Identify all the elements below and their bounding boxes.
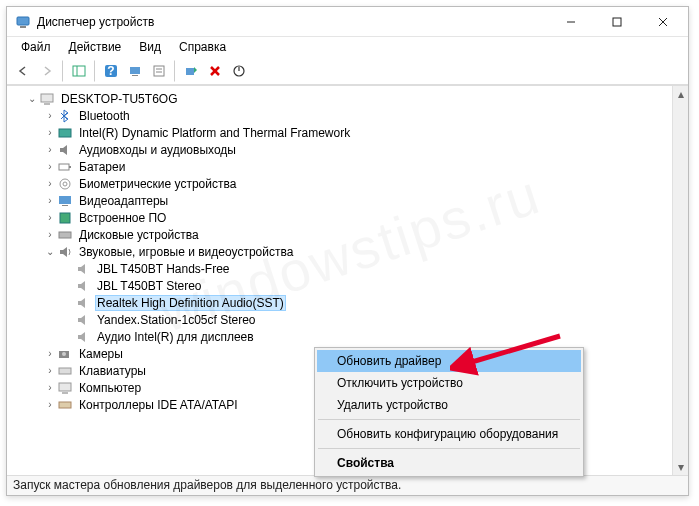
ctx-uninstall-device[interactable]: Удалить устройство	[317, 394, 581, 416]
collapse-icon[interactable]: ⌄	[25, 93, 39, 104]
expand-icon[interactable]: ›	[43, 348, 57, 359]
computer-icon	[39, 91, 55, 107]
battery-icon	[57, 159, 73, 175]
svg-text:?: ?	[107, 64, 114, 78]
expand-icon[interactable]: ›	[43, 127, 57, 138]
camera-icon	[57, 346, 73, 362]
svg-rect-26	[59, 196, 71, 204]
svg-rect-0	[17, 17, 29, 25]
tree-node-batteries[interactable]: › Батареи	[7, 158, 672, 175]
close-button[interactable]	[640, 7, 686, 37]
expand-icon[interactable]: ›	[43, 178, 57, 189]
expand-icon[interactable]: ›	[43, 382, 57, 393]
tree-root[interactable]: ⌄ DESKTOP-TU5T6OG	[7, 90, 672, 107]
menu-file[interactable]: Файл	[13, 38, 59, 56]
expand-icon[interactable]: ›	[43, 399, 57, 410]
speaker-icon	[57, 244, 73, 260]
node-label: Intel(R) Dynamic Platform and Thermal Fr…	[77, 126, 352, 140]
scan-hardware-button[interactable]	[124, 60, 146, 82]
tree-node-bluetooth[interactable]: › Bluetooth	[7, 107, 672, 124]
speaker-icon	[75, 329, 91, 345]
svg-point-25	[63, 182, 67, 186]
controller-icon	[57, 397, 73, 413]
svg-rect-23	[69, 166, 71, 168]
menu-view[interactable]: Вид	[131, 38, 169, 56]
node-label: Биометрические устройства	[77, 177, 238, 191]
forward-button[interactable]	[36, 60, 58, 82]
svg-rect-33	[59, 383, 71, 391]
node-label: Аудио Intel(R) для дисплеев	[95, 330, 256, 344]
scroll-up-icon[interactable]: ▴	[673, 86, 688, 102]
ctx-scan-hardware[interactable]: Обновить конфигурацию оборудования	[317, 423, 581, 445]
expand-icon[interactable]: ›	[43, 365, 57, 376]
svg-rect-27	[62, 205, 68, 206]
tree-leaf-realtek[interactable]: Realtek High Definition Audio(SST)	[7, 294, 672, 311]
window-title: Диспетчер устройств	[37, 15, 548, 29]
node-label: Аудиовходы и аудиовыходы	[77, 143, 238, 157]
expand-icon[interactable]: ›	[43, 110, 57, 121]
back-button[interactable]	[12, 60, 34, 82]
node-label: JBL T450BT Stereo	[95, 279, 204, 293]
properties-button[interactable]	[148, 60, 170, 82]
tree-leaf-jbl-hf[interactable]: JBL T450BT Hands-Free	[7, 260, 672, 277]
vertical-scrollbar[interactable]: ▴ ▾	[672, 86, 688, 475]
ctx-update-driver[interactable]: Обновить драйвер	[317, 350, 581, 372]
svg-rect-1	[20, 26, 26, 28]
node-label: Батареи	[77, 160, 127, 174]
tree-node-biometric[interactable]: › Биометрические устройства	[7, 175, 672, 192]
svg-rect-11	[132, 75, 138, 76]
menubar: Файл Действие Вид Справка	[7, 37, 688, 57]
ctx-disable-device[interactable]: Отключить устройство	[317, 372, 581, 394]
tree-leaf-yandex[interactable]: Yandex.Station-1c05cf Stereo	[7, 311, 672, 328]
node-label: JBL T450BT Hands-Free	[95, 262, 232, 276]
menu-help[interactable]: Справка	[171, 38, 234, 56]
expand-icon[interactable]: ›	[43, 144, 57, 155]
svg-rect-35	[59, 402, 71, 408]
node-label: Realtek High Definition Audio(SST)	[95, 295, 286, 311]
separator	[62, 60, 64, 82]
tree-node-firmware[interactable]: › Встроенное ПО	[7, 209, 672, 226]
expand-icon[interactable]: ›	[43, 229, 57, 240]
svg-point-24	[60, 179, 70, 189]
tree-node-intel-dptf[interactable]: › Intel(R) Dynamic Platform and Thermal …	[7, 124, 672, 141]
separator	[94, 60, 96, 82]
tree-leaf-intel-display-audio[interactable]: Аудио Intel(R) для дисплеев	[7, 328, 672, 345]
ctx-properties[interactable]: Свойства	[317, 452, 581, 474]
fingerprint-icon	[57, 176, 73, 192]
collapse-icon[interactable]: ⌄	[43, 246, 57, 257]
menu-action[interactable]: Действие	[61, 38, 130, 56]
expand-icon[interactable]: ›	[43, 212, 57, 223]
svg-rect-20	[44, 103, 50, 105]
expand-icon[interactable]: ›	[43, 161, 57, 172]
tree-leaf-jbl-st[interactable]: JBL T450BT Stereo	[7, 277, 672, 294]
uninstall-button[interactable]	[204, 60, 226, 82]
maximize-button[interactable]	[594, 7, 640, 37]
scroll-down-icon[interactable]: ▾	[673, 459, 688, 475]
svg-rect-21	[59, 129, 71, 137]
svg-rect-28	[60, 213, 70, 223]
node-label: Встроенное ПО	[77, 211, 168, 225]
svg-rect-29	[59, 232, 71, 238]
speaker-icon	[75, 261, 91, 277]
speaker-icon	[75, 278, 91, 294]
node-label: Клавиатуры	[77, 364, 148, 378]
svg-rect-12	[154, 66, 164, 76]
help-button[interactable]: ?	[100, 60, 122, 82]
svg-rect-10	[130, 67, 140, 74]
svg-rect-3	[613, 18, 621, 26]
audio-io-icon	[57, 142, 73, 158]
separator	[318, 448, 580, 449]
window-controls	[548, 7, 686, 37]
svg-rect-6	[73, 66, 85, 76]
update-driver-button[interactable]	[180, 60, 202, 82]
show-hide-tree-button[interactable]	[68, 60, 90, 82]
minimize-button[interactable]	[548, 7, 594, 37]
tree-node-disk[interactable]: › Дисковые устройства	[7, 226, 672, 243]
bluetooth-icon	[57, 108, 73, 124]
tree-node-sound[interactable]: ⌄ Звуковые, игровые и видеоустройства	[7, 243, 672, 260]
tree-node-audio-io[interactable]: › Аудиовходы и аудиовыходы	[7, 141, 672, 158]
tree-node-video[interactable]: › Видеоадаптеры	[7, 192, 672, 209]
expand-icon[interactable]: ›	[43, 195, 57, 206]
separator	[174, 60, 176, 82]
disable-button[interactable]	[228, 60, 250, 82]
